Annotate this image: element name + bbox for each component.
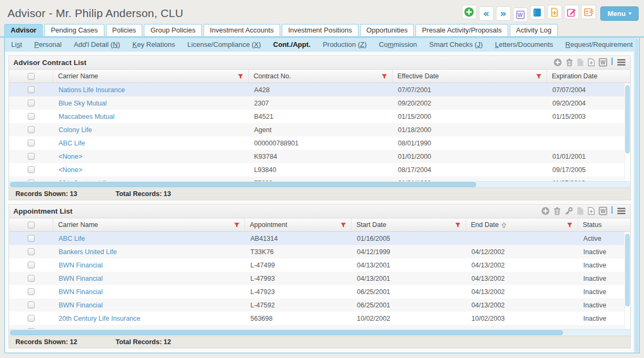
horizontal-scrollbar[interactable] xyxy=(9,329,630,336)
compose-letter-button[interactable] xyxy=(564,5,579,19)
subnav-item-cont-appt[interactable]: Cont./Appt. xyxy=(273,40,311,48)
row-checkbox[interactable] xyxy=(28,235,35,242)
subnav-item-personal[interactable]: Personal xyxy=(34,40,61,48)
subnav-item-license-compliance-x[interactable]: License/Compliance (X) xyxy=(188,40,261,48)
subnav-item-production-z[interactable]: Production (Z) xyxy=(323,40,366,48)
subnav-item-key-relations[interactable]: Key Relations xyxy=(133,40,175,48)
row-checkbox[interactable] xyxy=(28,248,35,255)
row-checkbox[interactable] xyxy=(28,166,35,173)
carrier-link[interactable]: BWN Financial xyxy=(53,262,245,269)
carrier-link[interactable]: Maccabees Mutual xyxy=(53,113,249,120)
row-checkbox[interactable] xyxy=(28,126,35,133)
list-menu-button[interactable] xyxy=(617,59,626,66)
table-row[interactable]: BWN FinancialL-4749904/13/200104/13/2002… xyxy=(9,258,630,272)
vertical-scrollbar[interactable] xyxy=(624,232,630,329)
delete-button[interactable] xyxy=(553,207,561,215)
filter-icon[interactable] xyxy=(238,74,243,79)
horizontal-scrollbar[interactable] xyxy=(9,181,630,188)
table-row[interactable]: ABC Life000000-8806/03/199706/03/2003Ina… xyxy=(9,325,630,329)
filter-icon[interactable] xyxy=(340,222,346,228)
column-header-end-date[interactable]: End Date xyxy=(466,218,578,231)
column-header-carrier-name[interactable]: Carrier Name xyxy=(53,218,245,231)
word-export-button[interactable]: W xyxy=(599,58,607,67)
tab-group-policies[interactable]: Group Policies xyxy=(144,24,202,36)
column-header-status[interactable]: Status xyxy=(578,218,630,231)
row-checkbox[interactable] xyxy=(28,288,35,295)
column-header-effective-date[interactable]: Effective Date xyxy=(393,70,547,83)
horizontal-scrollbar-thumb[interactable] xyxy=(10,182,476,187)
document-button[interactable] xyxy=(577,207,584,215)
column-header-expiration-date[interactable]: Expiration Date xyxy=(547,70,630,83)
row-checkbox[interactable] xyxy=(28,315,35,322)
word-export-button[interactable]: W xyxy=(599,207,607,216)
row-checkbox[interactable] xyxy=(28,100,35,107)
row-checkbox[interactable] xyxy=(28,86,35,93)
table-row[interactable]: ABC Life00000078890108/01/1990 xyxy=(9,136,630,150)
menu-button[interactable]: Menu ▾ xyxy=(600,6,639,21)
list-menu-button[interactable] xyxy=(617,207,626,215)
export-document-button[interactable] xyxy=(588,207,595,215)
table-row[interactable]: Blue Sky Mutual230709/20/200209/20/2004 xyxy=(9,96,630,110)
tab-presale-activity-proposals[interactable]: Presale Activity/Proposals xyxy=(415,24,508,36)
column-header-carrier-name[interactable]: Carrier Name xyxy=(53,70,249,83)
filter-icon[interactable] xyxy=(381,74,387,79)
filter-icon[interactable] xyxy=(536,74,542,79)
carrier-link[interactable]: <None> xyxy=(53,153,249,160)
tab-investment-positions[interactable]: Investment Positions xyxy=(282,24,358,36)
row-checkbox[interactable] xyxy=(28,262,35,268)
contact-card-button[interactable] xyxy=(581,5,596,19)
vertical-scrollbar-thumb[interactable] xyxy=(625,85,630,153)
tab-policies[interactable]: Policies xyxy=(106,24,143,36)
carrier-link[interactable]: Bankers United Life xyxy=(53,248,245,256)
tab-activity-log[interactable]: Activity Log xyxy=(510,24,558,36)
previous-record-button[interactable]: « xyxy=(479,6,494,21)
document-button[interactable] xyxy=(577,58,584,67)
filter-icon[interactable] xyxy=(234,222,240,228)
tab-investment-accounts[interactable]: Investment Accounts xyxy=(203,24,280,36)
panel-vertical-scrollbar-thumb[interactable] xyxy=(635,38,639,352)
tab-opportunities[interactable]: Opportunities xyxy=(360,24,414,36)
subnav-item-commission[interactable]: Commission xyxy=(379,40,417,48)
row-checkbox[interactable] xyxy=(28,275,35,282)
table-row[interactable]: <None>L9384008/17/200409/17/2005 xyxy=(9,163,630,176)
carrier-link[interactable]: ABC Life xyxy=(53,235,245,242)
carrier-link[interactable]: 20th Century Life Insurance xyxy=(53,315,245,322)
row-checkbox[interactable] xyxy=(28,140,35,147)
select-all-checkbox[interactable] xyxy=(28,73,35,80)
vertical-scrollbar[interactable] xyxy=(624,83,630,181)
table-row[interactable]: BWN FinancialL-4759206/25/200104/13/2002… xyxy=(9,298,630,312)
table-row[interactable]: 20th Century Life Insurance56369810/02/2… xyxy=(9,312,630,325)
subnav-item-add-l-detail-n[interactable]: Add'l Detail (N) xyxy=(74,40,120,48)
subnav-item-smart-checks-j[interactable]: Smart Checks (J) xyxy=(429,40,483,48)
add-circle-button[interactable] xyxy=(541,207,550,215)
word-letter-button[interactable]: W xyxy=(513,7,528,22)
filter-icon[interactable] xyxy=(455,222,461,228)
column-header-contract-no[interactable]: Contract No. xyxy=(249,70,393,83)
tab-pending-cases[interactable]: Pending Cases xyxy=(44,24,104,36)
carrier-link[interactable]: BWN Financial xyxy=(53,302,245,309)
panel-vertical-scrollbar[interactable] xyxy=(634,38,639,353)
row-checkbox[interactable] xyxy=(28,153,35,160)
carrier-link[interactable]: Blue Sky Mutual xyxy=(53,100,249,107)
table-row[interactable]: Colony LifeAgent01/18/2000 xyxy=(9,123,630,136)
row-checkbox[interactable] xyxy=(28,113,35,120)
next-record-button[interactable]: » xyxy=(496,6,511,21)
add-circle-button[interactable] xyxy=(553,58,562,67)
filter-icon[interactable] xyxy=(567,222,573,228)
select-all-checkbox[interactable] xyxy=(28,222,35,229)
table-row[interactable]: BWN FinancialL-4799304/13/200104/13/2002… xyxy=(9,272,630,285)
export-document-button[interactable] xyxy=(588,58,595,67)
row-checkbox[interactable] xyxy=(28,302,35,308)
table-row[interactable]: Bankers United LifeT33K7604/12/199904/12… xyxy=(9,245,630,258)
table-row[interactable]: BWN FinancialL-4792306/25/200104/13/2002… xyxy=(9,285,630,298)
subnav-item-list[interactable]: List xyxy=(11,40,22,48)
vertical-scrollbar-thumb[interactable] xyxy=(625,234,630,306)
new-document-button[interactable] xyxy=(547,5,562,19)
notebook-button[interactable] xyxy=(530,5,545,20)
table-row[interactable]: Maccabees MutualB452101/15/200001/15/200… xyxy=(9,110,630,123)
carrier-link[interactable]: BWN Financial xyxy=(53,275,245,282)
table-row[interactable]: Nations Life InsuranceA42807/07/200107/0… xyxy=(9,83,630,96)
horizontal-scrollbar-thumb[interactable] xyxy=(10,330,563,335)
tab-advisor[interactable]: Advisor xyxy=(4,24,43,36)
column-header-start-date[interactable]: Start Date xyxy=(352,218,466,231)
